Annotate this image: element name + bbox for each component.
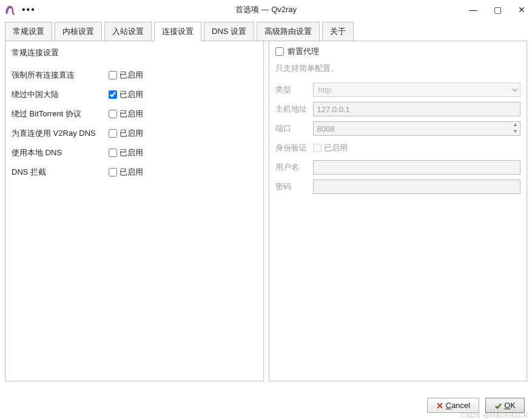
general-connection-panel: 常规连接设置 强制所有连接直连 已启用 绕过中国大陆 已启用 绕过 BitTor… — [5, 41, 264, 381]
proxy-pass-label: 密码 — [275, 181, 313, 192]
tab-about[interactable]: 关于 — [322, 22, 354, 41]
cancel-icon — [436, 402, 443, 409]
enabled-text: 已启用 — [120, 109, 143, 119]
proxy-type-label: 类型 — [275, 84, 313, 95]
tab-connection[interactable]: 连接设置 — [154, 22, 201, 41]
opt-v2ray-dns-checkbox[interactable] — [109, 129, 117, 138]
close-button[interactable]: ✕ — [516, 5, 527, 15]
tab-inbound[interactable]: 入站设置 — [104, 22, 152, 41]
left-section-title: 常规连接设置 — [12, 47, 257, 58]
proxy-host-label: 主机地址 — [275, 104, 313, 115]
enabled-text: 已启用 — [120, 128, 143, 139]
forward-proxy-note: 只支持简单配置。 — [275, 63, 521, 74]
proxy-user-input[interactable] — [313, 160, 521, 175]
opt-local-dns-label: 使用本地 DNS — [12, 147, 109, 158]
cancel-button[interactable]: Cancel — [427, 398, 479, 413]
proxy-port-label: 端口 — [275, 123, 313, 134]
opt-bypass-bt-checkbox[interactable] — [109, 110, 117, 118]
forward-proxy-label: 前置代理 — [288, 46, 319, 57]
app-logo-icon — [5, 4, 16, 15]
tab-kernel[interactable]: 内核设置 — [55, 22, 102, 41]
enabled-text: 已启用 — [120, 167, 143, 178]
proxy-type-select[interactable]: http — [313, 82, 521, 97]
enabled-text: 已启用 — [120, 147, 143, 158]
tab-routing[interactable]: 高级路由设置 — [257, 22, 320, 41]
menu-dots[interactable]: ••• — [22, 4, 36, 15]
forward-proxy-panel: 前置代理 只支持简单配置。 类型 http 主机地址 端口 ▲▼ 身份验证 已启… — [269, 41, 528, 381]
ok-icon — [494, 402, 502, 409]
proxy-host-input[interactable] — [313, 102, 521, 116]
proxy-auth-checkbox[interactable] — [313, 144, 322, 152]
opt-bypass-bt-label: 绕过 BitTorrent 协议 — [12, 109, 109, 119]
proxy-auth-text: 已启用 — [324, 142, 348, 153]
enabled-text: 已启用 — [120, 89, 143, 100]
proxy-user-label: 用户名 — [275, 162, 313, 173]
opt-local-dns-checkbox[interactable] — [109, 149, 117, 157]
opt-v2ray-dns-label: 为直连使用 V2Ray DNS — [12, 128, 109, 139]
opt-force-direct-label: 强制所有连接直连 — [12, 70, 109, 81]
enabled-text: 已启用 — [120, 70, 143, 81]
opt-force-direct-checkbox[interactable] — [109, 71, 117, 79]
minimize-button[interactable]: — — [468, 5, 479, 15]
opt-dns-intercept-label: DNS 拦截 — [12, 167, 109, 178]
proxy-auth-label: 身份验证 — [275, 142, 313, 153]
tab-general[interactable]: 常规设置 — [5, 22, 52, 41]
tab-dns[interactable]: DNS 设置 — [204, 22, 254, 41]
port-spinner[interactable]: ▲▼ — [511, 121, 520, 136]
ok-button[interactable]: OK — [485, 398, 525, 413]
window-title: 首选项 — Qv2ray — [0, 4, 532, 15]
proxy-pass-input[interactable] — [313, 179, 521, 194]
opt-bypass-cn-checkbox[interactable] — [109, 90, 117, 99]
proxy-port-input[interactable] — [313, 121, 511, 136]
title-bar: ••• 首选项 — Qv2ray — ▢ ✕ — [0, 0, 532, 19]
forward-proxy-checkbox[interactable] — [275, 47, 284, 56]
opt-bypass-cn-label: 绕过中国大陆 — [12, 89, 109, 100]
maximize-button[interactable]: ▢ — [492, 5, 503, 15]
tab-bar: 常规设置 内核设置 入站设置 连接设置 DNS 设置 高级路由设置 关于 — [0, 19, 532, 41]
opt-dns-intercept-checkbox[interactable] — [109, 168, 117, 176]
